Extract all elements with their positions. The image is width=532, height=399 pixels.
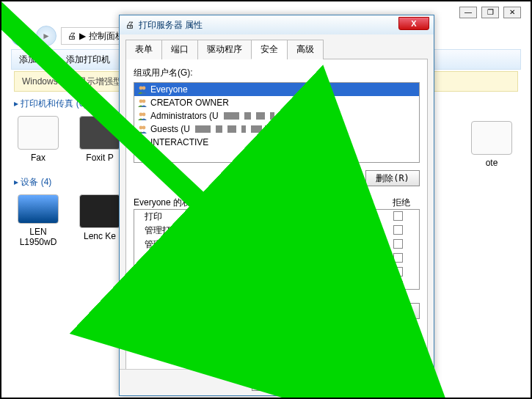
printer-icon — [79, 116, 120, 150]
add-user-button[interactable]: 添加(D)... — [296, 170, 358, 186]
deny-checkbox[interactable] — [393, 239, 403, 249]
device-note[interactable]: ote — [470, 121, 514, 168]
window-close-button[interactable]: ✕ — [503, 7, 521, 18]
allow-checkbox[interactable] — [357, 267, 366, 277]
advanced-button[interactable]: 高级(V) — [365, 303, 420, 319]
monitor-icon — [18, 194, 59, 224]
user-list-item[interactable]: CREATOR OWNER — [134, 96, 419, 109]
deny-checkbox[interactable] — [393, 211, 403, 221]
svg-point-9 — [142, 139, 146, 143]
dialog-title: 打印服务器 属性 — [139, 19, 428, 32]
user-list-item[interactable]: Administrators (U) — [134, 109, 419, 122]
dialog-titlebar[interactable]: 🖨 打印服务器 属性 — [120, 15, 434, 34]
cancel-button[interactable]: 取消 — [312, 375, 366, 391]
users-icon — [137, 98, 147, 107]
svg-point-3 — [142, 100, 146, 103]
users-icon — [137, 85, 147, 94]
printer-icon: 🖨 — [68, 31, 76, 41]
permission-row: 打印✓ — [134, 210, 419, 224]
deny-checkbox[interactable] — [393, 225, 403, 235]
print-server-properties-dialog: 🖨 打印服务器 属性 X 表单 端口 驱动程序 安全 高级 组或用户名(G): … — [119, 15, 434, 396]
nav-forward-button[interactable]: ► — [36, 26, 57, 46]
ok-button[interactable]: 确定 — [252, 375, 306, 391]
tab-strip: 表单 端口 驱动程序 安全 高级 — [125, 39, 428, 59]
deny-checkbox[interactable] — [393, 267, 403, 277]
permission-row: 管理打印机✓ — [134, 224, 419, 238]
keyboard-icon — [79, 194, 120, 228]
address-bar: ◄ ► 🖨 ▶ 控制面板 — [11, 26, 131, 46]
permission-row: 查看服务器✓ — [134, 252, 419, 266]
window-controls: — ❐ ✕ — [459, 7, 521, 18]
user-list-item[interactable]: Guests (U) — [134, 122, 419, 136]
device-foxit[interactable]: Foxit P — [76, 116, 124, 163]
deny-checkbox[interactable] — [393, 281, 403, 290]
device-keyboard[interactable]: Lenc Ke — [76, 194, 124, 247]
restore-button[interactable]: ❐ — [481, 7, 499, 18]
allow-checkbox[interactable]: ✓ — [357, 227, 366, 236]
group-users-label: 组或用户名(G): — [134, 67, 420, 79]
permission-row: 管理文档 — [134, 238, 419, 252]
users-icon — [137, 138, 147, 147]
remove-user-button[interactable]: 删除(R) — [365, 170, 420, 186]
printers-section-header: ▸ 打印机和传真 (6) — [14, 98, 124, 110]
add-device-button[interactable]: 添加设备 — [19, 54, 54, 66]
users-icon — [137, 125, 147, 133]
tab-advanced[interactable]: 高级 — [287, 40, 324, 59]
deny-checkbox[interactable] — [393, 253, 403, 263]
allow-checkbox[interactable] — [357, 239, 366, 249]
svg-point-7 — [142, 126, 146, 130]
users-listbox[interactable]: EveryoneCREATOR OWNERAdministrators (U)G… — [134, 82, 420, 163]
tab-drivers[interactable]: 驱动程序 — [197, 40, 252, 59]
svg-point-5 — [142, 113, 146, 117]
learn-access-control-link[interactable]: 了解访问控制和权限 — [134, 328, 213, 340]
permissions-for-label: Everyone 的权限(P) 允许 拒绝 — [134, 197, 420, 209]
allow-checkbox[interactable]: ✓ — [357, 213, 366, 222]
allow-checkbox[interactable]: ✓ — [357, 255, 366, 264]
permissions-listbox[interactable]: 打印✓管理打印机✓管理文档查看服务器✓管理服务器特殊权限 — [134, 209, 420, 290]
permission-row: 管理服务器 — [134, 266, 419, 279]
apply-button[interactable]: 应用(A) — [372, 375, 426, 391]
fax-icon — [18, 116, 59, 150]
user-list-item[interactable]: INTERACTIVE — [134, 136, 419, 149]
tab-forms[interactable]: 表单 — [125, 40, 162, 59]
printer-icon: 🖨 — [125, 20, 134, 30]
printer-icon — [471, 121, 512, 155]
nav-back-button[interactable]: ◄ — [11, 26, 32, 46]
add-printer-button[interactable]: 添加打印机 — [66, 54, 110, 66]
dialog-footer: 确定 取消 应用(A) — [120, 369, 434, 395]
device-monitor[interactable]: LEN L1950wD — [14, 194, 62, 247]
svg-point-1 — [142, 87, 146, 90]
advanced-hint-text: 有关特殊权限或高级设置，请单击“高级”。 — [134, 305, 365, 318]
device-fax[interactable]: Fax — [14, 116, 62, 163]
minimize-button[interactable]: — — [459, 7, 477, 18]
allow-checkbox[interactable] — [357, 281, 366, 290]
devices-section-header: ▸ 设备 (4) — [14, 176, 124, 188]
tab-security[interactable]: 安全 — [251, 40, 288, 59]
tab-ports[interactable]: 端口 — [161, 40, 198, 59]
permission-row: 特殊权限 — [134, 279, 419, 290]
users-icon — [137, 111, 147, 120]
dialog-close-button[interactable]: X — [398, 17, 429, 30]
user-list-item[interactable]: Everyone — [134, 83, 419, 96]
